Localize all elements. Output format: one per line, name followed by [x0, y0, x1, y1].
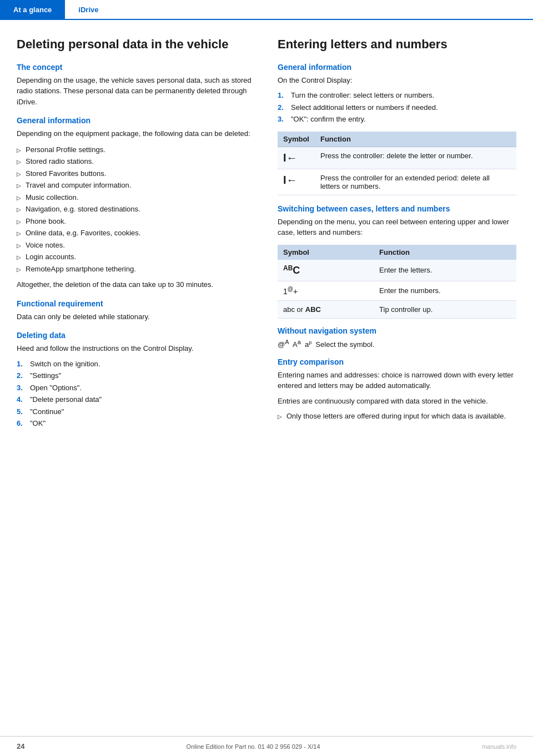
symbol-cell: ABC: [278, 260, 374, 281]
list-item: ▷Phone book.: [17, 215, 255, 228]
right-general-info-title: General information: [278, 63, 516, 72]
deleting-data-intro: Heed and follow the instructions on the …: [17, 343, 255, 354]
list-item: ▷Personal Profile settings.: [17, 144, 255, 156]
concept-title: The concept: [17, 63, 255, 72]
nav-symbols: @A Aa ap Select the symbol.: [278, 339, 375, 349]
list-item: ▷Travel and computer information.: [17, 179, 255, 191]
list-item: 5."Continue": [17, 406, 255, 417]
list-item: 3."OK": confirm the entry.: [278, 114, 516, 125]
right-main-title: Entering letters and numbers: [278, 37, 516, 53]
function-cell: Enter the numbers.: [374, 281, 516, 300]
function-cell: Press the controller for an extended per…: [315, 169, 516, 195]
list-item: 2."Settings": [17, 370, 255, 381]
list-item: ▷Online data, e.g. Favorites, cookies.: [17, 227, 255, 239]
list-item: ▷ Only those letters are offered during …: [278, 411, 516, 422]
bullet-icon: ▷: [17, 265, 21, 274]
list-item: ▷Voice notes.: [17, 239, 255, 251]
symbol-cell: abc or ABC: [278, 300, 374, 318]
general-info-list: ▷Personal Profile settings. ▷Stored radi…: [17, 144, 255, 275]
right-general-info-intro: On the Control Display:: [278, 75, 516, 86]
list-item: 2.Select additional letters or numbers i…: [278, 102, 516, 113]
symbol-table: Symbol Function I← Press the controller:…: [278, 132, 516, 195]
header-nav: At a glance iDrive: [0, 0, 533, 20]
bullet-icon: ▷: [17, 182, 21, 190]
table-row: 1@+ Enter the numbers.: [278, 281, 516, 300]
table-row: I← Press the controller for an extended …: [278, 169, 516, 195]
entry-comparison-body1: Entering names and addresses: choice is …: [278, 370, 516, 391]
symbol-cell: I←: [278, 147, 315, 169]
functional-req-title: Functional requirement: [17, 299, 255, 308]
right-general-info-steps: 1.Turn the controller: select letters or…: [278, 90, 516, 125]
list-item: 1.Turn the controller: select letters or…: [278, 90, 516, 101]
without-nav-content: @A Aa ap Select the symbol.: [278, 339, 516, 349]
content-area: Deleting personal data in the vehicle Th…: [0, 20, 533, 450]
list-item: ▷Music collection.: [17, 191, 255, 204]
table-row: abc or ABC Tip controller up.: [278, 300, 516, 318]
table-row: I← Press the controller: delete the lett…: [278, 147, 516, 169]
footer: 24 Online Edition for Part no. 01 40 2 9…: [0, 736, 533, 756]
deleting-steps-list: 1.Switch on the ignition. 2."Settings" 3…: [17, 359, 255, 429]
right-column: Entering letters and numbers General inf…: [278, 37, 516, 434]
symbol-cell: I←: [278, 169, 315, 195]
switching-title: Switching between cases, letters and num…: [278, 204, 516, 213]
list-item: ▷Login accounts.: [17, 251, 255, 263]
bullet-icon: ▷: [278, 412, 282, 421]
list-item: 3.Open "Options".: [17, 382, 255, 394]
function-cell: Enter the letters.: [374, 260, 516, 281]
general-info-footer: Altogether, the deletion of the data can…: [17, 279, 255, 290]
list-item: ▷RemoteApp smartphone tethering.: [17, 263, 255, 275]
left-main-title: Deleting personal data in the vehicle: [17, 37, 255, 53]
symbol-col-header: Symbol: [278, 132, 315, 147]
cases-table: Symbol Function ABC Enter the letters. 1…: [278, 245, 516, 319]
cases-function-header: Function: [374, 245, 516, 260]
table-row: ABC Enter the letters.: [278, 260, 516, 281]
entry-comparison-body2: Entries are continuously compared with d…: [278, 396, 516, 407]
concept-body: Depending on the usage, the vehicle save…: [17, 75, 255, 108]
bullet-icon: ▷: [17, 194, 21, 202]
switching-body: Depending on the menu, you can reel betw…: [278, 216, 516, 238]
list-item: ▷Stored radio stations.: [17, 155, 255, 168]
without-nav-title: Without navigation system: [278, 326, 516, 335]
general-info-title: General information: [17, 116, 255, 125]
cases-symbol-header: Symbol: [278, 245, 374, 260]
deleting-data-title: Deleting data: [17, 331, 255, 340]
bullet-icon: ▷: [17, 170, 21, 178]
bullet-icon: ▷: [17, 241, 21, 250]
bullet-icon: ▷: [17, 253, 21, 261]
page-number: 24: [17, 742, 24, 750]
list-item: ▷Stored Favorites buttons.: [17, 168, 255, 180]
bullet-icon: ▷: [17, 218, 21, 226]
tab-idrive-label: iDrive: [78, 6, 98, 14]
tab-at-a-glance-label: At a glance: [13, 6, 52, 14]
watermark: manuals.info: [482, 743, 516, 750]
general-info-intro: Depending on the equipment package, the …: [17, 128, 255, 139]
online-edition: Online Edition for Part no. 01 40 2 956 …: [187, 743, 320, 750]
list-item: ▷Navigation, e.g. stored destinations.: [17, 203, 255, 215]
bullet-icon: ▷: [17, 229, 21, 238]
function-col-header: Function: [315, 132, 516, 147]
function-cell: Tip controller up.: [374, 300, 516, 318]
list-item: 6."OK": [17, 418, 255, 429]
entry-comparison-section: Entry comparison Entering names and addr…: [278, 357, 516, 422]
tab-idrive[interactable]: iDrive: [65, 0, 112, 19]
function-cell: Press the controller: delete the letter …: [315, 147, 516, 169]
list-item: 4."Delete personal data": [17, 394, 255, 405]
bullet-icon: ▷: [17, 205, 21, 214]
symbol-cell: 1@+: [278, 281, 374, 300]
bullet-icon: ▷: [17, 146, 21, 154]
entry-comparison-title: Entry comparison: [278, 357, 516, 366]
left-column: Deleting personal data in the vehicle Th…: [17, 37, 255, 434]
bullet-icon: ▷: [17, 158, 21, 166]
tab-at-a-glance[interactable]: At a glance: [0, 0, 65, 19]
list-item: 1.Switch on the ignition.: [17, 359, 255, 370]
functional-req-body: Data can only be deleted while stationar…: [17, 311, 255, 322]
entry-comparison-list: ▷ Only those letters are offered during …: [278, 411, 516, 422]
